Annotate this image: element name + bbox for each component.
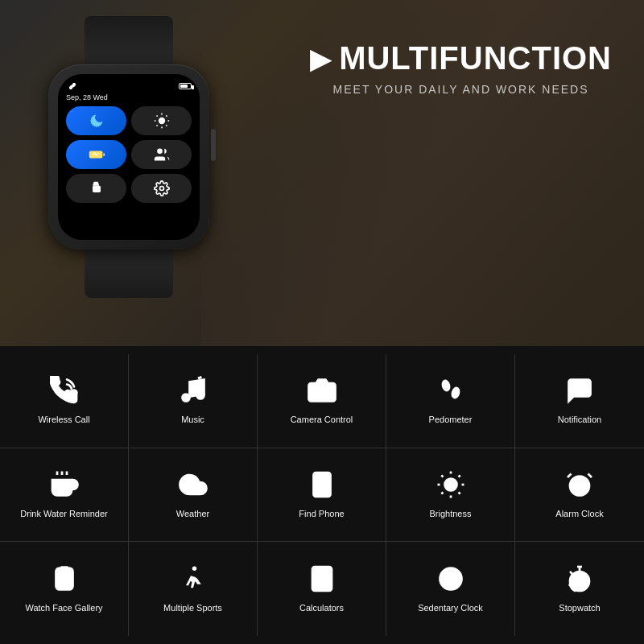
feature-multiple-sports: Multiple Sports: [129, 542, 258, 636]
svg-point-28: [444, 478, 456, 490]
svg-line-38: [568, 473, 572, 477]
alarm-clock-label: Alarm Clock: [555, 508, 603, 519]
watch-app-grid: [66, 106, 192, 203]
svg-point-17: [440, 379, 451, 393]
brightness-label: Brightness: [430, 508, 472, 519]
main-title: MULTIFUNCTION: [339, 40, 612, 76]
watch-settings-btn: [131, 174, 192, 203]
steps-icon: [436, 376, 465, 409]
svg-point-0: [158, 118, 164, 124]
svg-point-12: [159, 187, 163, 191]
svg-point-26: [318, 480, 325, 487]
feature-wireless-call: Wireless Call: [0, 354, 129, 448]
notification-label: Notification: [558, 414, 601, 425]
feature-sedentary-clock: Sedentary Clock: [386, 542, 515, 636]
link-icon: [66, 82, 79, 90]
brightness-icon: [436, 470, 465, 503]
watch-face-label: Watch Face Gallery: [25, 602, 102, 613]
alarm-icon: [565, 470, 594, 503]
cup-icon: [50, 470, 79, 503]
feature-stopwatch: Stopwatch: [515, 542, 644, 636]
camera-icon: [308, 376, 336, 409]
feature-camera: Camera Control: [258, 354, 386, 448]
feature-calculators: Calculators: [258, 542, 386, 636]
watch-brightness-btn: [131, 106, 192, 135]
find-phone-label: Find Phone: [299, 508, 344, 519]
svg-rect-45: [316, 571, 328, 576]
svg-line-31: [441, 475, 443, 477]
watchface-icon: [50, 564, 79, 597]
watch-contacts-btn: [131, 140, 192, 169]
feature-pedometer: Pedometer: [386, 354, 515, 448]
music-label: Music: [181, 414, 204, 425]
watch-date: Sep, 28 Wed: [66, 93, 192, 101]
svg-line-4: [166, 125, 167, 126]
stopwatch-icon: [565, 564, 594, 597]
feature-alarm-clock: Alarm Clock: [515, 448, 644, 543]
svg-point-18: [449, 386, 460, 400]
feature-drink-water: Drink Water Reminder: [0, 448, 129, 543]
watch-screen: Sep, 28 Wed: [58, 74, 200, 240]
watch-band-top: [85, 16, 173, 64]
feature-weather: Weather: [129, 448, 258, 543]
watch-flashlight-btn: [66, 174, 126, 203]
features-grid: Wireless Call Music Camera Control: [0, 346, 644, 644]
multiple-sports-label: Multiple Sports: [163, 602, 222, 613]
svg-point-43: [192, 567, 196, 571]
feature-find-phone: Find Phone: [258, 448, 386, 543]
feature-watch-face: Watch Face Gallery: [0, 542, 129, 636]
music-icon: [179, 376, 208, 409]
svg-line-39: [588, 473, 592, 477]
watch-side-button: [211, 129, 216, 161]
weather-icon: [179, 470, 208, 503]
watch-moon-btn: [66, 106, 126, 135]
svg-line-35: [441, 492, 443, 493]
drink-water-label: Drink Water Reminder: [20, 508, 107, 519]
pedometer-label: Pedometer: [429, 414, 473, 425]
sedentary-clock-label: Sedentary Clock: [418, 602, 483, 613]
subtitle: MEET YOUR DAILY AND WORK NEEDS: [310, 83, 612, 96]
svg-line-3: [156, 116, 157, 117]
svg-point-16: [317, 387, 327, 397]
battery-icon: [179, 83, 192, 89]
watch-band-bottom: [85, 250, 173, 298]
sedentary-icon: [436, 564, 465, 597]
findphone-icon: [308, 470, 336, 503]
wireless-call-label: Wireless Call: [38, 414, 89, 425]
calculators-label: Calculators: [299, 602, 344, 613]
svg-line-7: [156, 125, 157, 126]
svg-rect-11: [93, 186, 101, 192]
svg-line-8: [166, 116, 167, 117]
top-section: Sep, 28 Wed: [0, 0, 644, 346]
calc-icon: [308, 564, 336, 597]
camera-control-label: Camera Control: [291, 414, 353, 425]
chat-icon: [565, 376, 594, 409]
sports-icon: [179, 564, 208, 597]
svg-point-13: [182, 394, 189, 402]
svg-line-15: [198, 378, 202, 379]
svg-line-36: [458, 475, 460, 477]
stopwatch-label: Stopwatch: [559, 602, 600, 613]
watch-image: Sep, 28 Wed: [24, 16, 233, 330]
play-icon: ▶: [310, 42, 332, 76]
phone-icon: [50, 376, 79, 409]
weather-label: Weather: [176, 508, 209, 519]
feature-notification: Notification: [515, 354, 644, 448]
feature-brightness: Brightness: [386, 448, 515, 543]
title-row: ▶ MULTIFUNCTION: [310, 40, 612, 76]
watch-battery-btn: [66, 140, 126, 169]
watch-body: Sep, 28 Wed: [48, 64, 209, 250]
svg-point-10: [157, 149, 163, 155]
svg-point-14: [196, 392, 204, 399]
heading-area: ▶ MULTIFUNCTION MEET YOUR DAILY AND WORK…: [310, 40, 612, 96]
feature-music: Music: [129, 354, 258, 448]
svg-line-32: [458, 492, 460, 493]
